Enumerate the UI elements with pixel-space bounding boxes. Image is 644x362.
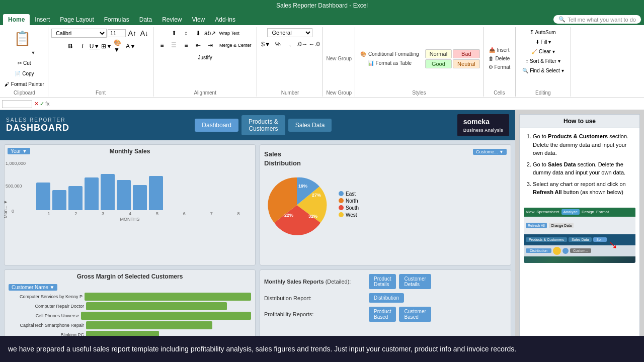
tab-addins[interactable]: Add-ins	[210, 14, 240, 25]
fill-button[interactable]: ⬇ Fill ▾	[532, 38, 555, 46]
bar-1[interactable]	[36, 183, 50, 210]
customer-based-button[interactable]: CustomerBased	[399, 307, 431, 322]
howto-image: View Spreadsheet Analyze Design Format R…	[524, 208, 635, 263]
bar-3[interactable]	[68, 186, 83, 210]
nav-dashboard-button[interactable]: Dashboard	[195, 119, 238, 132]
nav-products-customers-button[interactable]: Products &Customers	[242, 115, 285, 135]
align-center-button[interactable]: ☰	[169, 40, 180, 50]
paste-button[interactable]: 📋 ▼	[12, 28, 38, 57]
fill-color-button[interactable]: 🎨▼	[113, 41, 124, 51]
gross-margin-title: Gross Margin of Selected Customers	[5, 270, 255, 281]
style-neutral[interactable]: Neutral	[453, 59, 479, 68]
copy-button[interactable]: 📄 Copy	[4, 68, 45, 78]
border-button[interactable]: ⊞▼	[101, 41, 112, 51]
bar-5[interactable]	[101, 174, 115, 210]
customer-details-button[interactable]: CustomerDetails	[399, 274, 431, 289]
clipboard-label: Clipboard	[14, 89, 35, 96]
find-select-button[interactable]: 🔍 Find & Select ▾	[519, 66, 567, 75]
comma-button[interactable]: ,	[284, 39, 295, 49]
editing-label: Editing	[535, 89, 551, 96]
conditional-icon: 🎨	[360, 51, 366, 57]
justify-button[interactable]: Justify	[195, 52, 216, 62]
bar-7[interactable]	[133, 185, 147, 210]
decrease-indent-button[interactable]: ⇤	[193, 40, 204, 50]
font-name-selector[interactable]: Calibri	[51, 29, 107, 38]
format-painter-button[interactable]: 🖌 Format Painter	[4, 79, 45, 89]
monthly-sales-title: Monthly Sales	[5, 145, 255, 156]
monthly-sales-card: Year ▼ Monthly Sales 1,000,000 500,000 0	[4, 144, 256, 265]
increase-indent-button[interactable]: ⇥	[205, 40, 216, 50]
align-right-button[interactable]: ≡	[181, 40, 192, 50]
new-group-label-top: New Group	[326, 56, 352, 61]
align-left-button[interactable]: ≡	[156, 40, 168, 50]
customer-name-filter[interactable]: Customer Name ▼	[9, 284, 57, 291]
decrease-decimal-button[interactable]: ←.0	[308, 39, 319, 49]
ribbon-search[interactable]: 🔍 Tell me what you want to do	[553, 15, 641, 24]
formula-input[interactable]	[52, 101, 642, 108]
gross-bar-row-4: CapitalTech Smartphone Repair	[9, 321, 251, 329]
style-good[interactable]: Good	[425, 59, 452, 68]
sales-distribution-title: SalesDistribution	[264, 150, 314, 168]
align-middle-button[interactable]: ↕	[181, 28, 192, 38]
bar-8[interactable]	[149, 176, 163, 210]
sort-icon: ↕	[526, 58, 528, 64]
name-box[interactable]	[2, 100, 32, 108]
customer-filter-dist[interactable]: Custome... ▼	[473, 149, 507, 155]
tab-view[interactable]: View	[187, 14, 210, 25]
nav-sales-data-button[interactable]: Sales Data	[288, 119, 332, 132]
dashboard-body: Year ▼ Monthly Sales 1,000,000 500,000 0	[0, 140, 515, 362]
search-icon: 🔍	[558, 16, 566, 23]
bold-button[interactable]: B	[65, 41, 76, 51]
tab-home[interactable]: Home	[3, 14, 30, 25]
orientation-button[interactable]: ab↗	[205, 28, 216, 38]
product-based-button[interactable]: ProductBased	[369, 307, 396, 322]
increase-font-button[interactable]: A↑	[127, 28, 138, 38]
styles-group: 🎨 Conditional Formatting 📊 Format as Tab…	[355, 27, 484, 97]
distribution-button[interactable]: Distribution	[369, 293, 404, 303]
howto-title: How to use	[520, 115, 639, 128]
tab-page-layout[interactable]: Page Layout	[55, 14, 99, 25]
font-color-button[interactable]: A▼	[125, 41, 136, 51]
cut-button[interactable]: ✂ Cut	[4, 58, 45, 68]
font-group: Calibri A↑ A↓ B I U▼ ⊞▼ 🎨▼ A▼ Font	[48, 27, 153, 97]
bar-4[interactable]	[85, 177, 99, 210]
align-bottom-button[interactable]: ⬇	[193, 28, 204, 38]
clear-button[interactable]: 🧹 Clear ▾	[528, 47, 558, 56]
conditional-formatting-button[interactable]: 🎨 Conditional Formatting	[358, 50, 421, 58]
style-bad[interactable]: Bad	[453, 49, 479, 58]
autosum-button[interactable]: Σ AutoSum	[527, 28, 559, 37]
italic-button[interactable]: I	[77, 41, 88, 51]
number-format-selector[interactable]: General	[267, 28, 312, 37]
format-cells-button[interactable]: ⚙Format	[487, 63, 513, 71]
style-normal[interactable]: Normal	[425, 49, 452, 58]
accounting-button[interactable]: $▼	[260, 39, 271, 49]
cancel-formula-button[interactable]: ✕	[34, 101, 39, 107]
bar-6[interactable]	[117, 180, 131, 210]
increase-decimal-button[interactable]: .0→	[296, 39, 307, 49]
insert-function-button[interactable]: fx	[45, 101, 50, 107]
tab-insert[interactable]: Insert	[30, 14, 55, 25]
gross-bar-row-2: Computer Repair Doctor	[9, 302, 251, 310]
sort-filter-button[interactable]: ↕ Sort & Filter ▾	[522, 57, 564, 65]
underline-button[interactable]: U▼	[89, 41, 100, 51]
format-as-table-button[interactable]: 📊 Format as Table	[358, 59, 421, 67]
merge-center-button[interactable]: Merge & Center	[217, 40, 254, 50]
wrap-text-button[interactable]: Wrap Text	[217, 28, 242, 38]
insert-cells-button[interactable]: 📥Insert	[487, 46, 513, 54]
svg-text:22%: 22%	[284, 213, 293, 218]
align-top-button[interactable]: ⬆	[169, 28, 180, 38]
confirm-formula-button[interactable]: ✓	[40, 101, 44, 107]
svg-text:27%: 27%	[312, 193, 321, 198]
tab-formulas[interactable]: Formulas	[99, 14, 134, 25]
percent-button[interactable]: %	[272, 39, 283, 49]
paste-icon: 📋	[14, 30, 31, 47]
product-details-button[interactable]: ProductDetails	[369, 274, 396, 289]
tab-data[interactable]: Data	[134, 14, 157, 25]
tab-review[interactable]: Review	[157, 14, 187, 25]
bar-2[interactable]	[52, 190, 66, 210]
decrease-font-button[interactable]: A↓	[139, 28, 150, 38]
delete-cells-button[interactable]: 🗑Delete	[487, 55, 513, 62]
year-filter[interactable]: Year ▼	[8, 148, 30, 154]
dashboard-main-title: DASHBOARD	[6, 123, 69, 133]
font-size-input[interactable]	[108, 29, 126, 37]
